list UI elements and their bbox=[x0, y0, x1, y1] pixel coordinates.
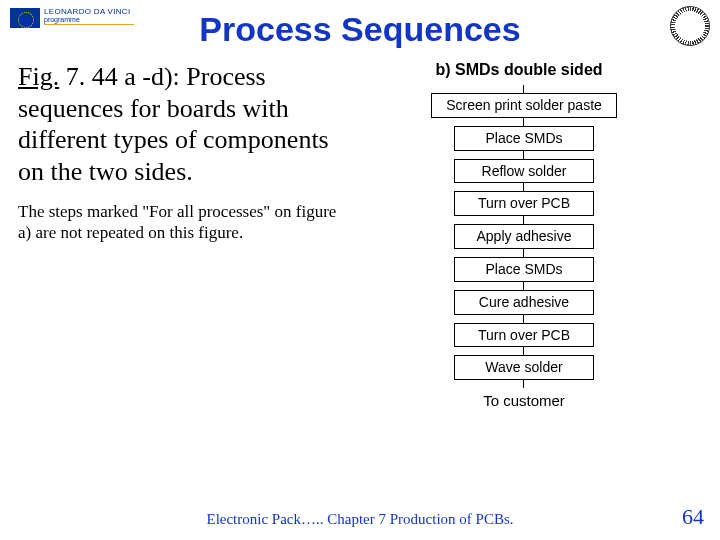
logo-underline bbox=[44, 24, 134, 25]
flow-end: To customer bbox=[483, 392, 565, 409]
footer-text: Electronic Pack….. Chapter 7 Production … bbox=[0, 511, 720, 528]
flow-connector bbox=[523, 85, 524, 93]
figure-caption-text: 7. 44 a -d): Process sequences for board… bbox=[18, 62, 329, 186]
flow-connector bbox=[523, 282, 524, 290]
flow-step: Reflow solder bbox=[454, 159, 594, 184]
eu-flag-icon bbox=[10, 8, 40, 28]
programme-logo: LEONARDO DA VINCI programme bbox=[10, 8, 134, 28]
flow-connector bbox=[523, 216, 524, 224]
flow-step: Cure adhesive bbox=[454, 290, 594, 315]
figure-note: The steps marked "For all processes" on … bbox=[18, 202, 348, 243]
flow-step: Apply adhesive bbox=[454, 224, 594, 249]
flow-connector bbox=[523, 151, 524, 159]
flow-step: Turn over PCB bbox=[454, 191, 594, 216]
flow-connector bbox=[523, 380, 524, 388]
programme-logo-text: LEONARDO DA VINCI programme bbox=[44, 8, 134, 25]
diagram-title: b) SMDs double sided bbox=[435, 61, 602, 79]
flow-connector bbox=[523, 315, 524, 323]
flow-step: Place SMDs bbox=[454, 257, 594, 282]
flow-diagram: b) SMDs double sided Screen print solder… bbox=[348, 61, 700, 409]
logo-line2: programme bbox=[44, 16, 134, 23]
figure-label: Fig. bbox=[18, 62, 59, 91]
flow-connector bbox=[523, 118, 524, 126]
flow-step: Wave solder bbox=[454, 355, 594, 380]
institution-seal bbox=[670, 6, 710, 46]
flow-connector bbox=[523, 347, 524, 355]
page-number: 64 bbox=[682, 504, 704, 530]
flow-step: Turn over PCB bbox=[454, 323, 594, 348]
flow-connector bbox=[523, 249, 524, 257]
figure-caption: Fig. 7. 44 a -d): Process sequences for … bbox=[18, 61, 348, 188]
logo-line1: LEONARDO DA VINCI bbox=[44, 8, 134, 16]
flow-step: Place SMDs bbox=[454, 126, 594, 151]
seal-icon bbox=[670, 6, 710, 46]
flow-connector bbox=[523, 183, 524, 191]
flow-step: Screen print solder paste bbox=[431, 93, 617, 118]
